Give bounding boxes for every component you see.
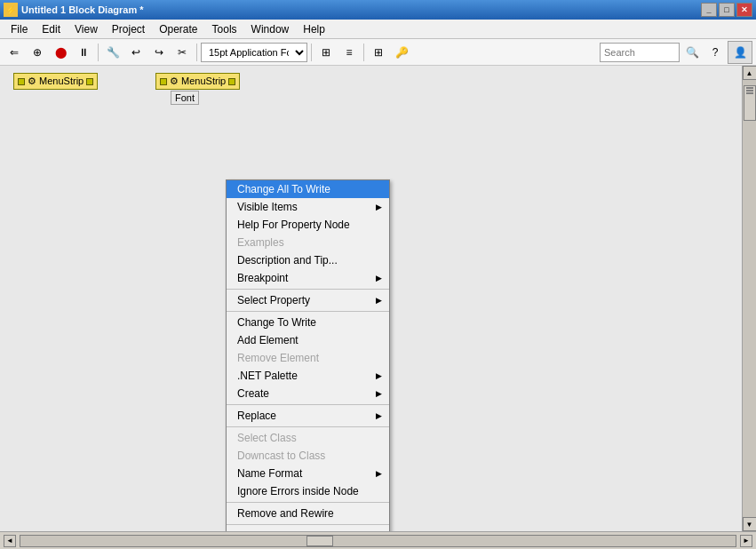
node-2[interactable]: ⚙ MenuStrip [155, 73, 240, 90]
window-controls: _ □ ✕ [701, 3, 752, 17]
ctx-change-all-to-write-label: Change All To Write [237, 183, 330, 195]
toolbar-pause-btn[interactable]: ⏸ [73, 43, 94, 62]
help-button[interactable]: ? [704, 43, 726, 62]
ctx-ignore-errors-label: Ignore Errors inside Node [237, 485, 359, 497]
menu-file[interactable]: File [4, 21, 35, 37]
toolbar-profile-btn[interactable]: 👤 [728, 41, 752, 64]
ctx-visible-items-arrow: ▶ [376, 203, 382, 211]
scroll-h-thumb[interactable] [306, 536, 333, 546]
ctx-description-and-tip-label: Description and Tip... [237, 254, 338, 267]
prop-label: Font [171, 91, 199, 105]
ctx-ignore-errors[interactable]: Ignore Errors inside Node [227, 482, 389, 500]
scroll-grip-3 [746, 92, 753, 94]
scrollbar-horizontal[interactable] [20, 535, 736, 547]
ctx-select-class: Select Class [227, 429, 389, 447]
ctx-remove-element-label: Remove Element [237, 352, 319, 364]
ctx-change-all-to-write[interactable]: Change All To Write [227, 180, 389, 198]
menu-view[interactable]: View [68, 21, 105, 37]
ctx-select-class-label: Select Class [237, 432, 297, 444]
menu-project[interactable]: Project [105, 21, 152, 37]
toolbar-fwd-btn[interactable]: ⊕ [27, 43, 48, 62]
menu-operate[interactable]: Operate [152, 21, 204, 37]
minimize-button[interactable]: _ [701, 3, 717, 17]
ctx-description-and-tip[interactable]: Description and Tip... [227, 251, 389, 269]
ctx-help-for-property-node-label: Help For Property Node [237, 219, 350, 231]
close-button[interactable]: ✕ [736, 3, 752, 17]
ctx-replace[interactable]: Replace ▶ [227, 407, 389, 425]
menu-edit[interactable]: Edit [35, 21, 68, 37]
node-2-right-connector [228, 78, 235, 85]
node-1-left-connector [18, 78, 25, 85]
search-input[interactable] [600, 43, 680, 62]
ctx-create[interactable]: Create ▶ [227, 385, 389, 402]
scrollbar-vertical: ▲ ▼ [742, 66, 756, 531]
ctx-change-to-write[interactable]: Change To Write [227, 314, 389, 331]
ctx-help-for-property-node[interactable]: Help For Property Node [227, 216, 389, 234]
toolbar-btn4[interactable]: ↪ [148, 43, 170, 62]
node-1-label: ⚙ MenuStrip [28, 76, 84, 87]
ctx-name-format-label: Name Format [237, 467, 302, 480]
scroll-right-button[interactable]: ► [740, 535, 752, 547]
ctx-change-to-write-label: Change To Write [237, 316, 316, 329]
window-title: Untitled 1 Block Diagram * [21, 4, 701, 15]
toolbar-btn3[interactable]: ↩ [125, 43, 147, 62]
ctx-breakpoint-arrow: ▶ [376, 274, 382, 282]
menu-bar: File Edit View Project Operate Tools Win… [0, 20, 756, 39]
ctx-select-property[interactable]: Select Property ▶ [227, 291, 389, 309]
scroll-track[interactable] [743, 80, 757, 517]
scroll-left-button[interactable]: ◄ [4, 535, 16, 547]
ctx-downcast-to-class-label: Downcast to Class [237, 450, 325, 462]
toolbar-btn2[interactable]: 🔧 [102, 43, 123, 62]
toolbar-back-btn[interactable]: ⇐ [4, 43, 25, 62]
ctx-breakpoint[interactable]: Breakpoint ▶ [227, 269, 389, 287]
maximize-button[interactable]: □ [719, 3, 735, 17]
ctx-visible-items[interactable]: Visible Items ▶ [227, 198, 389, 216]
menu-tools[interactable]: Tools [205, 21, 244, 37]
font-selector[interactable]: 15pt Application Font [201, 43, 307, 62]
ctx-properties[interactable]: Properties [227, 527, 389, 531]
ctx-add-element[interactable]: Add Element [227, 331, 389, 349]
search-button[interactable]: 🔍 [681, 43, 703, 62]
ctx-sep-3 [227, 404, 389, 405]
toolbar-sep-3 [311, 44, 312, 61]
node-2-label: ⚙ MenuStrip [170, 76, 226, 87]
node-1[interactable]: ⚙ MenuStrip [13, 73, 98, 90]
ctx-remove-and-rewire[interactable]: Remove and Rewire [227, 505, 389, 522]
ctx-visible-items-label: Visible Items [237, 201, 298, 213]
menu-window[interactable]: Window [244, 21, 297, 37]
ctx-properties-label: Properties [237, 529, 286, 531]
node-1-right-connector [86, 78, 93, 85]
app-icon: ⚡ [4, 3, 18, 17]
node-2-left-connector [160, 78, 167, 85]
toolbar-sep-4 [363, 44, 364, 61]
context-menu: Change All To Write Visible Items ▶ Help… [226, 179, 390, 531]
scroll-up-button[interactable]: ▲ [743, 66, 757, 80]
toolbar-btn5[interactable]: ✂ [171, 43, 193, 62]
toolbar-align-btn[interactable]: ⊞ [315, 43, 337, 62]
ctx-downcast-to-class: Downcast to Class [227, 447, 389, 465]
toolbar-extra-btn[interactable]: 🔑 [391, 43, 412, 62]
ctx-remove-and-rewire-label: Remove and Rewire [237, 507, 334, 520]
main-area: ⚙ MenuStrip ⚙ MenuStrip Font Change All … [0, 66, 756, 531]
status-bar: ◄ ► [0, 531, 756, 549]
ctx-select-property-label: Select Property [237, 294, 310, 306]
toolbar-stop-btn[interactable]: ⬤ [50, 43, 71, 62]
ctx-net-palette-arrow: ▶ [376, 371, 382, 380]
ctx-sep-6 [227, 524, 389, 525]
ctx-sep-5 [227, 502, 389, 503]
toolbar-sep-1 [98, 44, 99, 61]
toolbar-grid-btn[interactable]: ⊞ [368, 43, 389, 62]
canvas: ⚙ MenuStrip ⚙ MenuStrip Font Change All … [0, 66, 742, 531]
menu-help[interactable]: Help [296, 21, 332, 37]
toolbar-dist-btn[interactable]: ≡ [338, 43, 360, 62]
ctx-create-arrow: ▶ [376, 389, 382, 398]
ctx-remove-element: Remove Element [227, 349, 389, 367]
ctx-name-format-arrow: ▶ [376, 469, 382, 478]
scroll-thumb[interactable] [744, 85, 756, 121]
scroll-down-button[interactable]: ▼ [743, 517, 757, 531]
ctx-replace-arrow: ▶ [376, 411, 382, 420]
ctx-name-format[interactable]: Name Format ▶ [227, 465, 389, 482]
ctx-select-property-arrow: ▶ [376, 296, 382, 305]
ctx-net-palette[interactable]: .NET Palette ▶ [227, 367, 389, 385]
ctx-replace-label: Replace [237, 410, 276, 422]
